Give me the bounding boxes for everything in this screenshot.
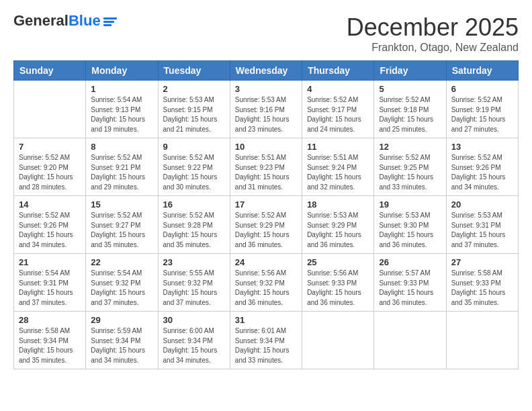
logo-text: GeneralBlue	[13, 12, 101, 29]
day-info: Sunrise: 6:00 AM Sunset: 9:34 PM Dayligh…	[163, 326, 225, 365]
logo-general: General	[13, 12, 69, 29]
month-title: December 2025	[347, 13, 519, 42]
calendar-cell	[302, 312, 374, 369]
day-number: 6	[451, 84, 513, 94]
calendar-cell: 4Sunrise: 5:52 AM Sunset: 9:17 PM Daylig…	[302, 81, 374, 138]
weekday-header: Sunday	[14, 61, 86, 81]
weekday-header: Thursday	[302, 61, 374, 81]
calendar-cell: 30Sunrise: 6:00 AM Sunset: 9:34 PM Dayli…	[158, 312, 230, 369]
calendar-cell: 19Sunrise: 5:53 AM Sunset: 9:30 PM Dayli…	[374, 196, 446, 254]
day-info: Sunrise: 5:58 AM Sunset: 9:33 PM Dayligh…	[451, 269, 513, 308]
day-number: 2	[163, 84, 225, 94]
weekday-header: Friday	[374, 61, 446, 81]
day-info: Sunrise: 5:53 AM Sunset: 9:29 PM Dayligh…	[307, 211, 369, 250]
day-info: Sunrise: 5:52 AM Sunset: 9:20 PM Dayligh…	[19, 153, 81, 192]
calendar-cell: 13Sunrise: 5:52 AM Sunset: 9:26 PM Dayli…	[446, 138, 518, 196]
day-number: 31	[235, 315, 297, 325]
calendar-cell: 11Sunrise: 5:51 AM Sunset: 9:24 PM Dayli…	[302, 138, 374, 196]
calendar-cell: 28Sunrise: 5:58 AM Sunset: 9:34 PM Dayli…	[14, 312, 86, 369]
day-number: 1	[91, 84, 152, 94]
day-number: 14	[19, 199, 81, 210]
weekday-header-row: SundayMondayTuesdayWednesdayThursdayFrid…	[14, 61, 519, 81]
day-info: Sunrise: 5:51 AM Sunset: 9:24 PM Dayligh…	[307, 153, 369, 192]
day-number: 7	[19, 142, 81, 152]
calendar-cell: 12Sunrise: 5:52 AM Sunset: 9:25 PM Dayli…	[374, 138, 446, 196]
day-info: Sunrise: 5:52 AM Sunset: 9:27 PM Dayligh…	[91, 211, 152, 250]
day-info: Sunrise: 6:01 AM Sunset: 9:34 PM Dayligh…	[235, 326, 297, 365]
calendar-cell: 17Sunrise: 5:52 AM Sunset: 9:29 PM Dayli…	[230, 196, 302, 254]
calendar-cell: 3Sunrise: 5:53 AM Sunset: 9:16 PM Daylig…	[230, 81, 302, 138]
calendar-cell: 1Sunrise: 5:54 AM Sunset: 9:13 PM Daylig…	[86, 81, 158, 138]
weekday-header: Monday	[86, 61, 158, 81]
location: Frankton, Otago, New Zealand	[347, 42, 519, 54]
day-number: 13	[451, 142, 513, 152]
calendar-week-row: 7Sunrise: 5:52 AM Sunset: 9:20 PM Daylig…	[14, 138, 519, 196]
logo: GeneralBlue	[13, 13, 117, 28]
weekday-header: Wednesday	[230, 61, 302, 81]
calendar-cell: 15Sunrise: 5:52 AM Sunset: 9:27 PM Dayli…	[86, 196, 158, 254]
calendar-week-row: 28Sunrise: 5:58 AM Sunset: 9:34 PM Dayli…	[14, 312, 519, 369]
calendar-week-row: 14Sunrise: 5:52 AM Sunset: 9:26 PM Dayli…	[14, 196, 519, 254]
day-info: Sunrise: 5:53 AM Sunset: 9:31 PM Dayligh…	[451, 211, 513, 250]
day-number: 16	[163, 199, 225, 210]
calendar-cell	[14, 81, 86, 138]
calendar-cell: 20Sunrise: 5:53 AM Sunset: 9:31 PM Dayli…	[446, 196, 518, 254]
day-number: 5	[379, 84, 441, 94]
day-info: Sunrise: 5:58 AM Sunset: 9:34 PM Dayligh…	[19, 326, 81, 365]
day-number: 22	[91, 257, 152, 267]
calendar-cell: 8Sunrise: 5:52 AM Sunset: 9:21 PM Daylig…	[86, 138, 158, 196]
calendar-week-row: 21Sunrise: 5:54 AM Sunset: 9:31 PM Dayli…	[14, 254, 519, 312]
day-number: 17	[235, 199, 297, 210]
day-number: 18	[307, 199, 369, 210]
calendar-cell: 22Sunrise: 5:54 AM Sunset: 9:32 PM Dayli…	[86, 254, 158, 312]
day-number: 9	[163, 142, 225, 152]
calendar-cell: 9Sunrise: 5:52 AM Sunset: 9:22 PM Daylig…	[158, 138, 230, 196]
day-info: Sunrise: 5:53 AM Sunset: 9:16 PM Dayligh…	[235, 95, 297, 134]
day-number: 11	[307, 142, 369, 152]
day-info: Sunrise: 5:56 AM Sunset: 9:32 PM Dayligh…	[235, 269, 297, 308]
day-info: Sunrise: 5:54 AM Sunset: 9:31 PM Dayligh…	[19, 269, 81, 308]
calendar-cell: 21Sunrise: 5:54 AM Sunset: 9:31 PM Dayli…	[14, 254, 86, 312]
day-info: Sunrise: 5:57 AM Sunset: 9:33 PM Dayligh…	[379, 269, 441, 308]
day-info: Sunrise: 5:51 AM Sunset: 9:23 PM Dayligh…	[235, 153, 297, 192]
calendar-cell: 29Sunrise: 5:59 AM Sunset: 9:34 PM Dayli…	[86, 312, 158, 369]
calendar-cell	[374, 312, 446, 369]
day-info: Sunrise: 5:59 AM Sunset: 9:34 PM Dayligh…	[91, 326, 152, 365]
day-number: 3	[235, 84, 297, 94]
day-info: Sunrise: 5:54 AM Sunset: 9:32 PM Dayligh…	[91, 269, 152, 308]
day-number: 4	[307, 84, 369, 94]
calendar-cell: 5Sunrise: 5:52 AM Sunset: 9:18 PM Daylig…	[374, 81, 446, 138]
logo-blue: Blue	[69, 12, 101, 29]
day-number: 10	[235, 142, 297, 152]
day-number: 30	[163, 315, 225, 325]
calendar-table: SundayMondayTuesdayWednesdayThursdayFrid…	[13, 60, 519, 369]
day-number: 19	[379, 199, 441, 210]
day-number: 21	[19, 257, 81, 267]
calendar-week-row: 1Sunrise: 5:54 AM Sunset: 9:13 PM Daylig…	[14, 81, 519, 138]
day-number: 27	[451, 257, 513, 267]
calendar-cell: 7Sunrise: 5:52 AM Sunset: 9:20 PM Daylig…	[14, 138, 86, 196]
day-number: 20	[451, 199, 513, 210]
calendar-cell: 10Sunrise: 5:51 AM Sunset: 9:23 PM Dayli…	[230, 138, 302, 196]
day-number: 29	[91, 315, 152, 325]
day-number: 26	[379, 257, 441, 267]
page-header: GeneralBlue December 2025 Frankton, Otag…	[13, 13, 519, 54]
day-number: 8	[91, 142, 152, 152]
day-info: Sunrise: 5:53 AM Sunset: 9:30 PM Dayligh…	[379, 211, 441, 250]
day-info: Sunrise: 5:52 AM Sunset: 9:22 PM Dayligh…	[163, 153, 225, 192]
day-number: 12	[379, 142, 441, 152]
calendar-cell: 16Sunrise: 5:52 AM Sunset: 9:28 PM Dayli…	[158, 196, 230, 254]
day-info: Sunrise: 5:52 AM Sunset: 9:29 PM Dayligh…	[235, 211, 297, 250]
day-number: 24	[235, 257, 297, 267]
day-number: 23	[163, 257, 225, 267]
day-info: Sunrise: 5:52 AM Sunset: 9:26 PM Dayligh…	[19, 211, 81, 250]
day-info: Sunrise: 5:52 AM Sunset: 9:21 PM Dayligh…	[91, 153, 152, 192]
day-info: Sunrise: 5:56 AM Sunset: 9:33 PM Dayligh…	[307, 269, 369, 308]
day-info: Sunrise: 5:52 AM Sunset: 9:19 PM Dayligh…	[451, 95, 513, 134]
weekday-header: Tuesday	[158, 61, 230, 81]
day-info: Sunrise: 5:52 AM Sunset: 9:25 PM Dayligh…	[379, 153, 441, 192]
day-info: Sunrise: 5:52 AM Sunset: 9:18 PM Dayligh…	[379, 95, 441, 134]
calendar-cell: 26Sunrise: 5:57 AM Sunset: 9:33 PM Dayli…	[374, 254, 446, 312]
day-number: 15	[91, 199, 152, 210]
calendar-cell: 2Sunrise: 5:53 AM Sunset: 9:15 PM Daylig…	[158, 81, 230, 138]
